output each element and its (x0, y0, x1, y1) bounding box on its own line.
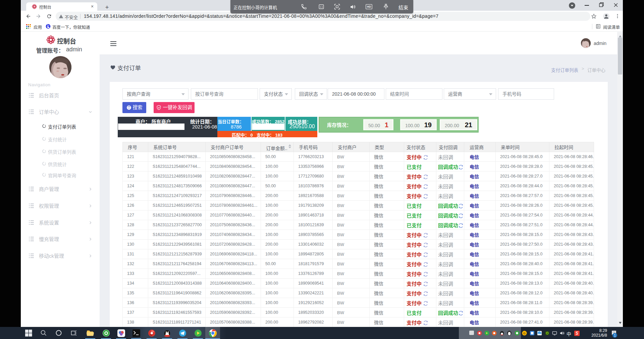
svg-text:1:1: 1:1 (320, 6, 323, 8)
svg-text:1: 1 (614, 334, 616, 337)
svg-text:G: G (523, 332, 526, 335)
svg-text:HD: HD (367, 5, 371, 8)
